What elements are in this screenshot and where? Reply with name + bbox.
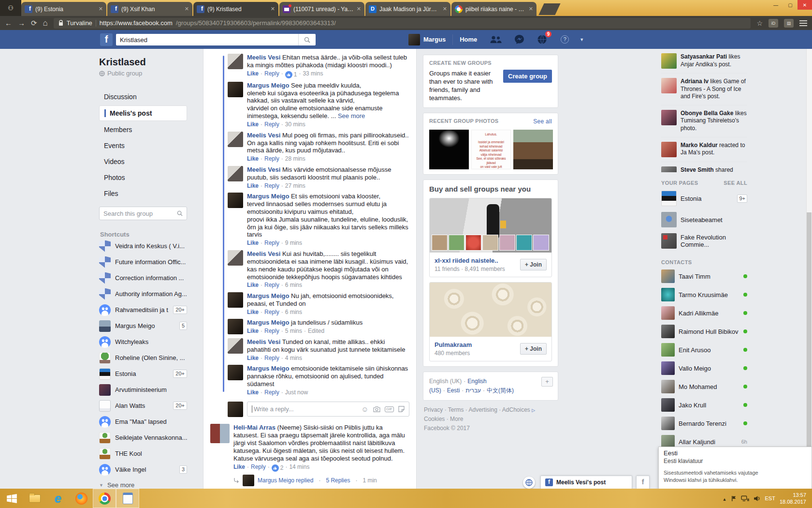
suggested-group[interactable]: Pulmakraam480 members + Join (429, 282, 552, 361)
firefox-icon[interactable] (70, 489, 93, 508)
reply-link[interactable]: Reply (251, 463, 266, 470)
author-link[interactable]: Margus Meigo (247, 319, 289, 326)
avatar[interactable] (228, 292, 243, 308)
tab-estonia[interactable]: (9) Estonia (21, 2, 106, 16)
page-item[interactable]: Estonia9+ (661, 188, 747, 209)
language-globe-button[interactable] (523, 477, 535, 489)
like-link[interactable]: Like (247, 239, 259, 246)
contact-item[interactable]: Bernardo Terenzi (661, 414, 747, 433)
like-link[interactable]: Like (247, 155, 259, 162)
nav-photos[interactable]: Photos (99, 170, 187, 185)
sticker-icon[interactable] (398, 406, 405, 412)
gif-icon[interactable] (385, 406, 394, 412)
new-tab-button[interactable] (538, 3, 560, 15)
shortcut-item[interactable]: THE Kool (99, 446, 187, 462)
back-icon[interactable] (5, 19, 12, 27)
reply-link[interactable]: Reply (264, 121, 279, 128)
emoji-icon[interactable] (361, 405, 368, 413)
account-menu-caret-icon[interactable] (580, 37, 584, 42)
tab-close-icon[interactable] (271, 6, 275, 12)
reply-link[interactable]: Reply (264, 309, 279, 315)
footer-links[interactable]: Cookies · More (424, 415, 557, 424)
group-photo[interactable] (429, 130, 469, 169)
shortcut-item[interactable]: Arvutiministeerium (99, 382, 187, 398)
input-language-indicator[interactable]: EST (765, 495, 775, 501)
timestamp[interactable]: 14 mins (289, 463, 309, 470)
see-more-link[interactable]: See more (99, 481, 187, 489)
group-photo[interactable]: Lahutus. Issidel ja emmedel kehad kihele… (471, 130, 511, 169)
replies-count-link[interactable]: 5 Replies (326, 477, 350, 484)
author-link[interactable]: Margus Meigo (247, 193, 289, 200)
language-link[interactable]: עברית (465, 387, 481, 394)
facebook-chat-icon[interactable] (636, 476, 650, 489)
friend-requests-icon[interactable] (490, 35, 502, 44)
extension-icon[interactable] (768, 19, 778, 28)
tab-delfi-article[interactable]: Jaak Madison ja Jürgen L (365, 2, 450, 16)
reactions-badge[interactable]: 2 (272, 464, 284, 472)
ticker-item[interactable]: Marko Kaldur reacted to Ja Ma's post. (661, 137, 747, 162)
avatar[interactable] (228, 319, 243, 334)
reply-link[interactable]: Reply (264, 70, 279, 77)
timestamp[interactable]: 5 mins (285, 328, 302, 334)
facebook-logo[interactable]: f (100, 33, 113, 46)
group-name-link[interactable]: Pulmakraam (435, 341, 520, 348)
author-link[interactable]: Meelis Vesi (247, 338, 280, 345)
see-all-link[interactable]: SEE ALL (724, 180, 747, 186)
shortcut-item[interactable]: Roheline (Olen Sinine, ... (99, 350, 187, 366)
like-link[interactable]: Like (233, 463, 245, 470)
timestamp[interactable]: Just now (285, 389, 308, 396)
timestamp[interactable]: 9 mins (285, 239, 302, 246)
tab-close-icon[interactable] (357, 6, 361, 12)
author-link[interactable]: Heli-Mai Arras (233, 424, 276, 431)
contact-item[interactable]: Tarmo Kruusimäe (661, 285, 747, 304)
author-link[interactable]: Meelis Vesi (247, 250, 280, 257)
home-icon[interactable] (43, 19, 48, 27)
like-link[interactable]: Like (247, 121, 259, 128)
avatar[interactable] (228, 82, 243, 97)
contact-item[interactable]: Raimond Hull Bibikov (661, 322, 747, 341)
search-icon[interactable] (298, 34, 316, 45)
join-button[interactable]: + Join (520, 259, 547, 270)
nav-members[interactable]: Members (99, 122, 187, 137)
timestamp[interactable]: 33 mins (303, 70, 323, 77)
contact-item[interactable]: Jako Krull (661, 396, 747, 414)
avatar[interactable] (408, 34, 420, 45)
timestamp[interactable]: 6 mins (285, 309, 302, 315)
author-link[interactable]: Margus Meigo (247, 82, 289, 89)
bookmark-star-icon[interactable] (756, 19, 763, 27)
address-bar[interactable]: Turvaline https://www.facebook.com/group… (54, 18, 751, 29)
see-all-link[interactable]: See all (533, 118, 552, 125)
author-link[interactable]: Margus Meigo (247, 292, 289, 299)
language-link[interactable]: Eesti (447, 387, 460, 394)
see-more-link[interactable]: See more (338, 112, 365, 120)
like-link[interactable]: Like (247, 70, 259, 77)
clock[interactable]: 13:57 18.08.2017 (780, 492, 806, 506)
timestamp[interactable]: 6 mins (285, 282, 302, 288)
page-item[interactable]: Siseteabeamet (661, 209, 747, 230)
ticker-item[interactable]: Adriana Iv likes Game of Thrones - A Son… (661, 74, 747, 105)
ticker-item[interactable]: Obonye Bella Gake likes Tumisang Tshirel… (661, 105, 747, 137)
volume-icon[interactable] (754, 495, 761, 502)
action-center-flag-icon[interactable] (731, 495, 737, 502)
chrome-icon[interactable] (93, 489, 116, 508)
group-photo[interactable] (513, 130, 553, 169)
internet-explorer-icon[interactable] (46, 489, 70, 508)
close-button[interactable] (798, 0, 812, 10)
shortcut-item[interactable]: Witchyleaks (99, 334, 187, 350)
nav-files[interactable]: Files (99, 186, 187, 201)
timestamp[interactable]: 27 mins (285, 182, 305, 189)
author-link[interactable]: Meelis Vesi (247, 54, 280, 61)
minimize-button[interactable] (768, 0, 783, 10)
tab-close-icon[interactable] (443, 6, 447, 12)
timestamp[interactable]: 30 mins (285, 121, 305, 128)
reply-link[interactable]: Reply (264, 328, 279, 334)
reply-link[interactable]: Reply (264, 182, 279, 189)
shortcut-item[interactable]: Veidra info Keskus ( V.i... (99, 238, 187, 254)
browser-menu-icon[interactable] (799, 20, 807, 26)
profile-link[interactable]: Margus (423, 36, 446, 43)
nav-meelis-post[interactable]: Meelis's post (99, 105, 187, 121)
avatar[interactable] (210, 424, 230, 443)
create-group-button[interactable]: Create group (503, 70, 552, 83)
extension-icon[interactable] (784, 19, 794, 28)
like-link[interactable]: Like (247, 355, 259, 361)
